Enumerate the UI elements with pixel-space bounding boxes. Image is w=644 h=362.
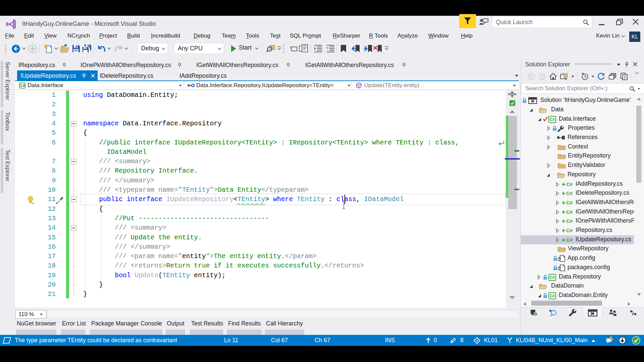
svg-text:C#: C# [20, 83, 25, 87]
svg-text:?: ? [326, 46, 328, 51]
svg-text:C#: C# [550, 294, 555, 298]
